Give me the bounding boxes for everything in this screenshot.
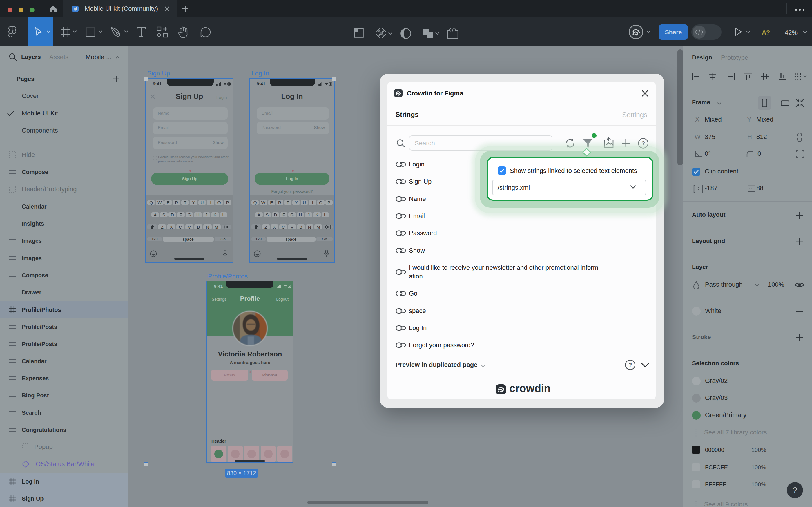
svg-text:?: ? — [641, 140, 645, 147]
svg-text:?: ? — [628, 362, 632, 368]
